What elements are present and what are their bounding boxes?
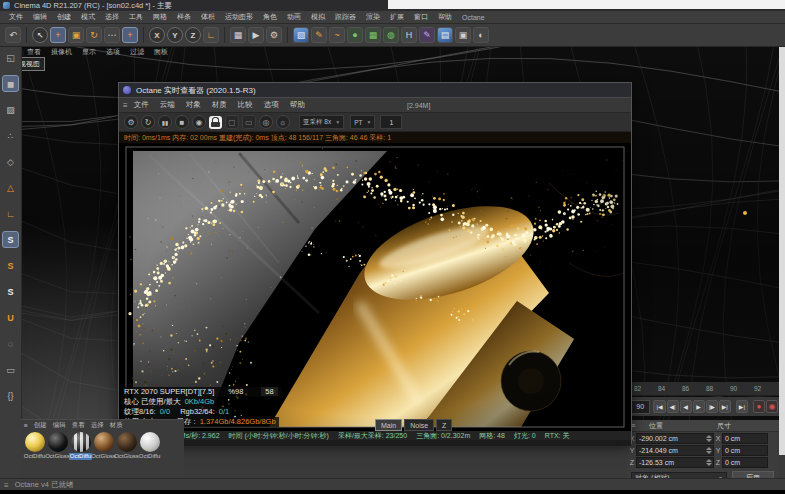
menu-create[interactable]: 创建	[57, 12, 71, 22]
material-item[interactable]: OctGloss	[46, 432, 69, 460]
cloner-button[interactable]: ▦	[365, 27, 381, 43]
pass-tab-z[interactable]: Z	[436, 419, 452, 431]
last-tool-button[interactable]: ⋯	[104, 27, 120, 43]
live-selection-button[interactable]: ↖	[32, 27, 48, 43]
menu-select[interactable]: 选择	[105, 12, 119, 22]
spline-button[interactable]: ~	[329, 27, 345, 43]
material-menu-material[interactable]: 材质	[110, 421, 123, 430]
axis-mode-icon[interactable]: ∟	[2, 205, 19, 222]
scale-button[interactable]: ▣	[68, 27, 84, 43]
light-button[interactable]: ◐	[473, 27, 489, 43]
axis-y-button[interactable]: Y	[167, 27, 183, 43]
polygon-mode-icon[interactable]: △	[2, 179, 19, 196]
viewport-menu-panel[interactable]: 面板	[154, 47, 168, 57]
array-floor-button[interactable]: ▤	[437, 27, 453, 43]
goto-start-button[interactable]: |◀	[653, 400, 665, 413]
mograph-button[interactable]: ◍	[383, 27, 399, 43]
spinner-icon[interactable]	[706, 434, 711, 443]
previous-frame-button[interactable]: ◀	[680, 400, 692, 413]
menu-simulate[interactable]: 模拟	[311, 12, 325, 22]
menu-extensions[interactable]: 扩展	[390, 12, 404, 22]
snap-3d-icon[interactable]: S	[2, 283, 19, 300]
goto-end-button[interactable]: ▶|	[736, 400, 748, 413]
size-z-field[interactable]: 0 cm	[722, 457, 768, 468]
pen-button[interactable]: ✎	[311, 27, 327, 43]
material-sphere-gold[interactable]	[25, 432, 45, 452]
menu-tracker[interactable]: 跟踪器	[335, 12, 356, 22]
timeline-ruler[interactable]: 82 84 86 88 90 92	[628, 382, 779, 396]
lv-menu-file[interactable]: 文件	[134, 100, 149, 110]
edge-mode-icon[interactable]: ◇	[2, 153, 19, 170]
menu-tools[interactable]: 工具	[129, 12, 143, 22]
spinner-icon[interactable]	[706, 458, 711, 467]
menu-help[interactable]: 帮助	[438, 12, 452, 22]
material-item-selected[interactable]: OctDiffu	[69, 432, 92, 460]
lv-film-region-icon[interactable]: ▭	[242, 115, 256, 129]
record-keyframe-button[interactable]: ●	[753, 400, 765, 413]
kernel-dropdown[interactable]: PT▼	[350, 115, 375, 129]
undo-button[interactable]: ↶	[5, 27, 21, 43]
lv-white-balance-picker-icon[interactable]: ☼	[276, 115, 290, 129]
lv-settings-icon[interactable]: ⚙	[124, 115, 138, 129]
next-key-button[interactable]: ▶|	[719, 400, 731, 413]
magnet-icon[interactable]: U	[2, 309, 19, 326]
snap-enable-icon[interactable]: S	[2, 231, 19, 248]
deformer-bend-button[interactable]: H	[401, 27, 417, 43]
current-frame-field[interactable]: 90	[630, 400, 650, 414]
render-view-button[interactable]: ▦	[230, 27, 246, 43]
coordinate-system-button[interactable]: ∟	[203, 27, 219, 43]
material-item[interactable]: OctGloss	[92, 432, 115, 460]
material-sphere-bronze[interactable]	[94, 432, 114, 452]
viewport-menu-display[interactable]: 显示	[82, 47, 96, 57]
rotate-button[interactable]: ↻	[86, 27, 102, 43]
status-menu-icon[interactable]: ≡	[4, 481, 9, 490]
texture-mode-icon[interactable]: ▨	[2, 101, 19, 118]
material-menu-edit[interactable]: 编辑	[53, 421, 66, 430]
spline-pen-button[interactable]: ✎	[419, 27, 435, 43]
lv-restart-render-icon[interactable]: ↻	[141, 115, 155, 129]
lv-focus-picker-icon[interactable]: ◉	[192, 115, 206, 129]
pass-tab-noise[interactable]: Noise	[404, 419, 434, 431]
menu-render[interactable]: 渲染	[366, 12, 380, 22]
material-menu-select[interactable]: 选择	[91, 421, 104, 430]
menu-mesh[interactable]: 网格	[153, 12, 167, 22]
material-menu-create[interactable]: 创建	[34, 421, 47, 430]
size-y-field[interactable]: 0 cm	[722, 445, 768, 456]
size-x-field[interactable]: 0 cm	[722, 433, 768, 444]
lv-render-region-icon[interactable]: ▢	[225, 115, 239, 129]
live-viewer-titlebar[interactable]: Octane 实时查看器 (2020.1.5-R3)	[119, 83, 631, 97]
menu-animate[interactable]: 动画	[287, 12, 301, 22]
point-mode-icon[interactable]: ∴	[2, 127, 19, 144]
position-y-field[interactable]: -214.049 cm	[636, 445, 714, 456]
solo-mode-icon[interactable]: ◌	[2, 335, 19, 352]
menu-octane[interactable]: Octane	[462, 14, 485, 21]
menu-edit[interactable]: 编辑	[33, 12, 47, 22]
viewport-menu-camera[interactable]: 摄像机	[51, 47, 72, 57]
material-item[interactable]: OctGloss	[115, 432, 138, 460]
menu-mograph[interactable]: 运动图形	[225, 12, 253, 22]
previous-key-button[interactable]: ◀|	[667, 400, 679, 413]
render-image[interactable]: RTX 2070 SUPER[DT][7.5] %98 58 核心 已使用/最大…	[119, 143, 631, 431]
subsample-dropdown[interactable]: 亚采样 8x▼	[299, 115, 344, 129]
snap-2d-icon[interactable]: S	[2, 257, 19, 274]
lv-menu-options[interactable]: 选项	[264, 100, 279, 110]
convert-object-icon[interactable]: ◱	[2, 49, 19, 66]
axis-z-button[interactable]: Z	[185, 27, 201, 43]
viewport-menu-filter[interactable]: 过滤	[130, 47, 144, 57]
camera-button[interactable]: ▣	[455, 27, 471, 43]
axis-x-button[interactable]: X	[149, 27, 165, 43]
move-button[interactable]: +	[50, 27, 66, 43]
autokey-button[interactable]: ◉	[766, 400, 778, 413]
menu-file[interactable]: 文件	[9, 12, 23, 22]
material-sphere-black[interactable]	[48, 432, 68, 452]
menu-spline[interactable]: 样条	[177, 12, 191, 22]
lv-menu-help[interactable]: 帮助	[290, 100, 305, 110]
material-menu-view[interactable]: 查看	[72, 421, 85, 430]
lv-stop-icon[interactable]: ■	[175, 115, 189, 129]
passes-spinner[interactable]: 1	[380, 115, 402, 129]
workplane-icon[interactable]: ▭	[2, 361, 19, 378]
menu-window[interactable]: 窗口	[414, 12, 428, 22]
next-frame-button[interactable]: |▶	[706, 400, 718, 413]
position-z-field[interactable]: -126.53 cm	[636, 457, 714, 468]
render-picture-viewer-button[interactable]: ▶	[248, 27, 264, 43]
